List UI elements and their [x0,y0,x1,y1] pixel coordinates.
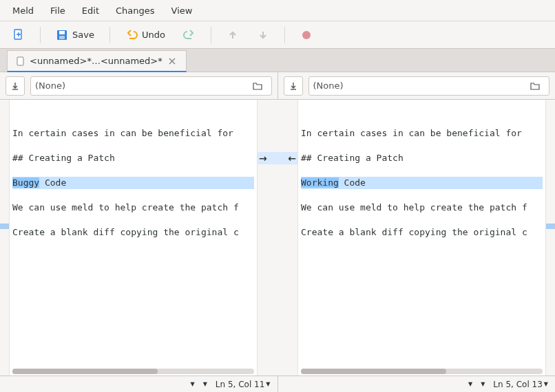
tab-close-button[interactable] [167,56,178,67]
text-line[interactable] [301,189,543,202]
undo-label: Undo [142,30,165,40]
redo-icon [183,29,196,41]
status-right-spacer2[interactable]: ▼ [481,381,485,387]
gutter-change-marker[interactable] [0,224,9,229]
jump-to-change-left[interactable] [6,76,25,96]
document-icon [16,56,25,66]
text-line[interactable] [12,214,254,226]
arrow-down-icon [257,29,269,41]
file-combo-left[interactable]: (None) [30,76,272,96]
file-combo-right[interactable]: (None) [308,76,550,96]
editor-pane-left[interactable]: In certain cases in can be beneficial fo… [10,100,257,375]
file-selector-left: (None) [0,76,278,96]
text-line[interactable]: ## Creating a Patch [12,152,254,164]
inline-diff-word: Working [301,177,339,188]
menu-view[interactable]: View [165,3,200,19]
gutter-right-outer[interactable] [545,100,555,375]
text-rest: Code [339,177,366,188]
text-line[interactable] [12,140,254,152]
push-up-button[interactable] [221,25,244,45]
folder-open-icon [252,80,263,91]
status-bar: ▼ ▼ Ln 5, Col 11 ▼ ▼ ▼ Ln 5, Col 13 ▼ [0,375,555,392]
inline-diff-word: Buggy [12,177,39,188]
push-down-button[interactable] [251,25,275,45]
changed-line[interactable]: Working Code [301,177,543,189]
editor-pane-right[interactable]: In certain cases in can be beneficial fo… [298,100,545,375]
hscrollbar-right[interactable] [301,369,543,374]
text-line[interactable] [301,164,543,177]
gutter-change-marker[interactable] [546,224,555,229]
file-combo-left-text: (None) [35,80,65,91]
file-combo-right-text: (None) [313,80,344,91]
text-line[interactable]: In certain cases in can be beneficial fo… [301,127,543,140]
status-left-spacer1[interactable]: ▼ [191,381,195,387]
new-comparison-button[interactable] [7,25,30,45]
file-selector-row: (None) (None) [0,72,555,100]
svg-rect-2 [59,31,65,34]
file-selector-right: (None) [278,76,556,96]
save-icon [56,29,68,41]
svg-rect-3 [59,36,65,39]
gutter-left-outer[interactable] [0,100,10,375]
text-rest: Code [39,177,66,188]
link-map[interactable]: → ← [257,100,298,375]
tab-bar: <unnamed>*…<unnamed>* [0,49,555,72]
toolbar-divider [284,27,285,43]
tab-comparison[interactable]: <unnamed>*…<unnamed>* [7,50,187,72]
text-line[interactable]: Create a blank diff copying the original… [301,226,543,239]
text-line[interactable] [301,214,543,226]
text-line[interactable] [12,164,254,177]
menu-edit[interactable]: Edit [75,3,106,19]
menubar: Meld File Edit Changes View [0,0,555,21]
text-line[interactable]: Create a blank diff copying the original… [12,226,254,239]
menu-file[interactable]: File [43,3,72,19]
toolbar-divider [40,27,41,43]
text-line[interactable]: In certain cases in can be beneficial fo… [12,127,254,140]
folder-open-icon [530,80,541,91]
status-left-position[interactable]: Ln 5, Col 11 ▼ [216,380,271,389]
status-left-spacer2[interactable]: ▼ [203,381,207,387]
close-icon [169,58,176,65]
menu-meld[interactable]: Meld [6,3,41,19]
hscrollbar-thumb[interactable] [301,369,446,374]
stop-button[interactable] [295,25,318,45]
save-button[interactable]: Save [50,25,100,45]
text-line[interactable]: ## Creating a Patch [301,152,543,164]
stop-icon [300,29,313,41]
save-label: Save [72,30,94,40]
hscrollbar-thumb[interactable] [12,369,158,374]
svg-rect-5 [17,57,23,65]
arrow-up-icon [227,29,239,41]
text-line[interactable] [12,189,254,202]
text-line[interactable]: We can use meld to help create the patch… [301,202,543,214]
svg-point-4 [302,31,311,39]
status-right: ▼ ▼ Ln 5, Col 13 ▼ [278,376,556,392]
toolbar-divider [211,27,211,43]
undo-icon [125,29,138,41]
status-right-position[interactable]: Ln 5, Col 13 ▼ [493,380,548,389]
hscrollbar-left[interactable] [12,369,254,374]
text-line[interactable] [301,140,543,152]
toolbar-divider [109,27,110,43]
open-file-left[interactable] [248,76,267,96]
push-left-icon[interactable]: ← [288,153,296,164]
changed-line[interactable]: Buggy Code [12,177,254,189]
menu-changes[interactable]: Changes [109,3,162,19]
status-right-spacer1[interactable]: ▼ [468,381,472,387]
new-doc-icon [12,29,25,41]
open-file-right[interactable] [525,76,545,96]
push-right-icon[interactable]: → [259,153,267,164]
jump-icon [289,81,298,91]
status-left: ▼ ▼ Ln 5, Col 11 ▼ [0,376,278,392]
toolbar: Save Undo [0,21,555,49]
text-line[interactable]: We can use meld to help create the patch… [12,202,254,214]
diff-area: In certain cases in can be beneficial fo… [0,100,555,375]
tab-label: <unnamed>*…<unnamed>* [30,56,163,66]
undo-button[interactable]: Undo [120,25,171,45]
jump-to-change-right[interactable] [284,76,303,96]
jump-icon [10,81,20,91]
link-map-arrows[interactable]: → ← [258,152,297,164]
redo-button[interactable] [178,25,201,45]
